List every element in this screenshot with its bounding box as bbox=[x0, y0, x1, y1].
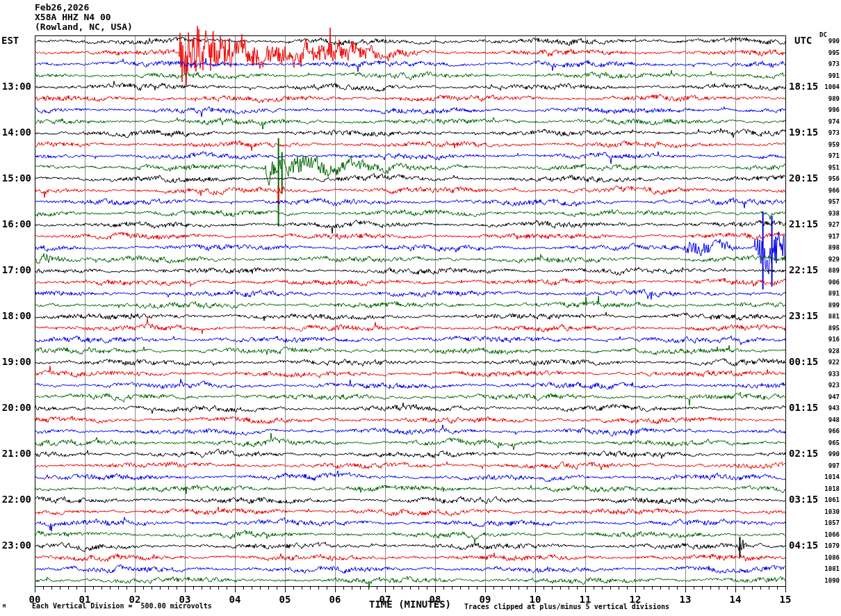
right-timezone-label: UTC bbox=[794, 35, 812, 46]
dc-offset-value: 966 bbox=[817, 187, 840, 195]
est-hour-label: 23:00 bbox=[0, 540, 31, 551]
dc-offset-value: 1014 bbox=[817, 473, 840, 481]
dc-offset-value: 923 bbox=[817, 382, 840, 389]
dc-offset-value: 1004 bbox=[817, 83, 840, 91]
plot-title-station: X58A HHZ N4 00 bbox=[35, 13, 111, 22]
dc-offset-value: 966 bbox=[817, 428, 840, 435]
dc-offset-value: 1018 bbox=[817, 485, 840, 493]
plot-title-date: Feb26,2026 bbox=[35, 3, 89, 13]
dc-offset-value: 971 bbox=[817, 152, 840, 160]
dc-offset-value: 922 bbox=[817, 359, 840, 366]
est-hour-label: 15:00 bbox=[0, 173, 31, 184]
dc-offset-value: 957 bbox=[817, 198, 840, 206]
left-timezone-label: EST bbox=[1, 35, 19, 46]
dc-offset-value: 948 bbox=[817, 416, 840, 424]
dc-offset-value: 973 bbox=[817, 129, 840, 137]
dc-offset-value: 899 bbox=[817, 302, 840, 309]
est-hour-label: 19:00 bbox=[0, 357, 31, 367]
dc-offset-value: 996 bbox=[817, 106, 840, 114]
corner-squiggle-mark: M bbox=[3, 603, 6, 609]
x-axis-title: TIME (MINUTES) bbox=[35, 599, 785, 610]
est-hour-label: 18:00 bbox=[0, 311, 31, 321]
dc-offset-value: 938 bbox=[817, 210, 840, 218]
est-hour-label: 21:00 bbox=[0, 448, 31, 459]
clipping-note: Traces clipped at plus/minus 5 vertical … bbox=[464, 603, 669, 610]
dc-offset-value: 933 bbox=[817, 371, 840, 378]
dc-offset-value: 991 bbox=[817, 72, 840, 80]
dc-offset-value: 891 bbox=[817, 290, 840, 298]
dc-offset-value: 1066 bbox=[817, 531, 840, 539]
dc-offset-value: 990 bbox=[817, 451, 840, 458]
dc-offset-value: 917 bbox=[817, 233, 840, 241]
dc-offset-value: 928 bbox=[817, 348, 840, 355]
est-hour-label: 22:00 bbox=[0, 494, 31, 505]
dc-offset-value: 927 bbox=[817, 221, 840, 229]
est-hour-label: 14:00 bbox=[0, 127, 31, 138]
est-hour-label: 16:00 bbox=[0, 219, 31, 229]
dc-offset-value: 959 bbox=[817, 141, 840, 149]
dc-offset-value: 898 bbox=[817, 244, 840, 252]
dc-offset-value: 943 bbox=[817, 405, 840, 412]
est-hour-label: 20:00 bbox=[0, 403, 31, 413]
dc-offset-value: 965 bbox=[817, 439, 840, 447]
dc-offset-value: 1090 bbox=[817, 577, 840, 585]
est-hour-label: 13:00 bbox=[0, 81, 31, 92]
dc-offset-value: 995 bbox=[817, 49, 840, 57]
dc-offset-value: 881 bbox=[817, 313, 840, 321]
dc-offset-value: 974 bbox=[817, 118, 840, 126]
est-hour-label: 17:00 bbox=[0, 265, 31, 275]
dc-offset-value: 951 bbox=[817, 164, 840, 172]
dc-offset-value: 916 bbox=[817, 336, 840, 343]
plot-title-location: (Rowland, NC, USA) bbox=[35, 22, 133, 32]
dc-offset-value: 1086 bbox=[817, 554, 840, 562]
dc-offset-value: 1081 bbox=[817, 565, 840, 573]
dc-offset-value: 889 bbox=[817, 267, 840, 275]
dc-offset-value: 1057 bbox=[817, 519, 840, 527]
dc-offset-value: 990 bbox=[817, 38, 840, 45]
dc-offset-value: 895 bbox=[817, 325, 840, 332]
dc-offset-value: 1079 bbox=[817, 542, 840, 550]
dc-offset-value: 947 bbox=[817, 394, 840, 401]
dc-offset-value: 956 bbox=[817, 175, 840, 183]
dc-offset-value: 929 bbox=[817, 256, 840, 264]
dc-offset-value: 997 bbox=[817, 462, 840, 470]
seismogram-plot-canvas bbox=[0, 0, 841, 616]
dc-offset-value: 989 bbox=[817, 95, 840, 103]
dc-offset-value: 1061 bbox=[817, 496, 840, 504]
dc-offset-value: 1030 bbox=[817, 508, 840, 516]
dc-offset-value: 906 bbox=[817, 279, 840, 286]
dc-offset-value: 973 bbox=[817, 60, 840, 68]
